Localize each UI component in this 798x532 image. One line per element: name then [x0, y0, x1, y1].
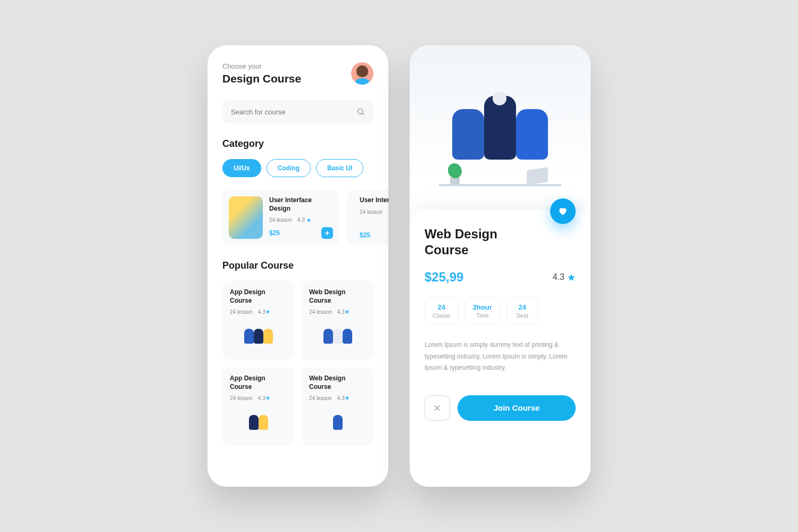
close-icon — [433, 404, 442, 412]
course-rating: 4.3 — [297, 217, 305, 223]
popular-thumbnail — [309, 320, 366, 352]
course-price: $25 — [269, 229, 280, 237]
star-icon — [306, 218, 311, 222]
popular-lessons: 24 lesson — [309, 395, 332, 401]
course-thumbnail — [229, 196, 263, 239]
detail-title: Web Design Course — [425, 226, 531, 258]
detail-rating: 4.3 — [553, 272, 576, 282]
hero-illustration — [410, 45, 591, 210]
avatar[interactable] — [351, 62, 373, 85]
star-icon — [345, 395, 350, 400]
course-price: $25 — [360, 231, 370, 239]
heart-icon — [558, 206, 568, 217]
course-lessons: 24 lesson — [269, 217, 292, 223]
course-card[interactable]: User Interface Design 24 lesson $25 — [347, 190, 388, 245]
popular-title: App Design Course — [230, 288, 287, 305]
header: Choose your Design Course — [222, 62, 373, 85]
search-box[interactable] — [222, 100, 373, 123]
popular-title: Web Design Course — [309, 288, 366, 305]
popular-rating: 4.3 — [337, 395, 345, 401]
header-title: Design Course — [222, 72, 301, 85]
description: Lorem Ipsum is simply dummy text of prin… — [425, 339, 576, 374]
search-icon — [356, 107, 365, 116]
chip-uiux[interactable]: Ui/Ux — [222, 159, 261, 177]
star-icon — [345, 309, 350, 314]
svg-line-1 — [362, 113, 364, 115]
stat-classes: 24 Classe — [425, 297, 459, 325]
star-icon — [265, 309, 270, 314]
star-icon — [265, 395, 270, 400]
popular-thumbnail — [230, 406, 287, 438]
course-name: User Interface Design — [360, 196, 388, 205]
popular-title: Web Design Course — [309, 375, 366, 391]
svg-point-0 — [358, 109, 363, 114]
popular-card[interactable]: App Design Course 24 lesson4.3 — [222, 367, 294, 446]
popular-grid: App Design Course 24 lesson4.3 Web Desig… — [222, 281, 373, 446]
join-button[interactable]: Join Course — [458, 395, 576, 421]
popular-section-title: Popular Course — [222, 260, 373, 271]
popular-card[interactable]: App Design Course 24 lesson4.3 — [222, 281, 294, 360]
course-detail-screen: Web Design Course $25,99 4.3 24 Classe 2… — [410, 45, 591, 487]
stats-row: 24 Classe 2hour Time 24 Seat — [425, 297, 576, 325]
popular-rating: 4.3 — [337, 309, 345, 315]
popular-rating: 4.3 — [258, 395, 265, 401]
add-button[interactable]: + — [321, 227, 333, 239]
actions-row: Join Course — [425, 395, 576, 421]
detail-price: $25,99 — [425, 270, 463, 285]
course-lessons: 24 lesson — [360, 209, 383, 215]
course-name: User Interface Design — [269, 196, 333, 213]
category-chips: Ui/Ux Coding Basic UI — [222, 159, 373, 177]
popular-lessons: 24 lesson — [309, 309, 332, 315]
stat-time: 2hour Time — [465, 297, 500, 325]
popular-thumbnail — [230, 320, 287, 352]
popular-title: App Design Course — [230, 375, 287, 391]
chip-basic-ui[interactable]: Basic UI — [316, 159, 363, 177]
detail-sheet: Web Design Course $25,99 4.3 24 Classe 2… — [410, 210, 591, 487]
popular-card[interactable]: Web Design Course 24 lesson4.3 — [302, 281, 373, 360]
chip-coding[interactable]: Coding — [267, 159, 311, 177]
popular-lessons: 24 lesson — [230, 309, 253, 315]
close-button[interactable] — [425, 395, 450, 421]
popular-card[interactable]: Web Design Course 24 lesson4.3 — [302, 367, 373, 446]
course-list-screen: Choose your Design Course Category Ui/Ux… — [207, 45, 388, 487]
popular-rating: 4.3 — [258, 309, 265, 315]
header-subtitle: Choose your — [222, 62, 301, 70]
popular-lessons: 24 lesson — [230, 395, 253, 401]
star-icon — [567, 273, 576, 281]
stat-seat: 24 Seat — [506, 297, 538, 325]
course-horizontal-list[interactable]: User Interface Design 24 lesson 4.3 $25 … — [222, 190, 373, 245]
search-input[interactable] — [231, 108, 356, 116]
course-card[interactable]: User Interface Design 24 lesson 4.3 $25 … — [222, 190, 339, 245]
favorite-button[interactable] — [550, 198, 576, 224]
category-section-title: Category — [222, 138, 373, 149]
popular-thumbnail — [309, 406, 366, 438]
